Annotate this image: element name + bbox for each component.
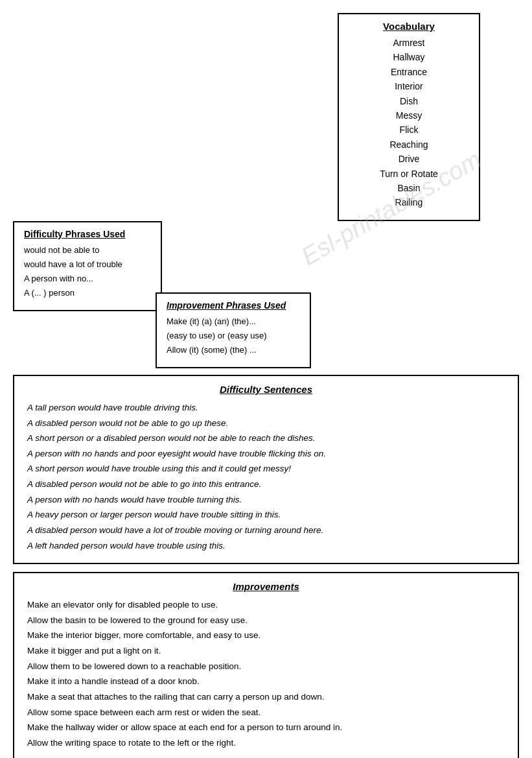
difficulty-sentence: A heavy person or larger person would ha… [27,507,505,523]
difficulty-sentence: A person with no hands and poor eyesight… [27,446,505,462]
vocab-item: Armrest [352,36,466,50]
vocabulary-title: Vocabulary [352,21,466,32]
vocab-item: Railing [352,195,466,209]
improvement-phrases-box: Improvement Phrases Used Make (it) (a) (… [156,292,311,368]
vocab-item: Messy [352,108,466,123]
vocab-item: Reaching [352,137,466,152]
vocab-item: Flick [352,123,466,137]
difficulty-phrase: A (... ) person [24,286,151,300]
improvements-box: Improvements Make an elevator only for d… [13,572,519,758]
difficulty-sentence: A disabled person would not be able to g… [27,416,505,431]
improvement-item: Make the interior bigger, more comfortab… [27,628,505,643]
vocab-item: Drive [352,152,466,166]
improvement-phrase: Make (it) (a) (an) (the)... [167,314,300,329]
improvement-item: Make it bigger and put a light on it. [27,643,505,659]
difficulty-sentences-box: Difficulty Sentences A tall person would… [13,375,519,564]
middle-row: Difficulty Phrases Used would not be abl… [13,195,519,368]
improvement-item: Allow some space between each arm rest o… [27,705,505,720]
improvement-item: Make it into a handle instead of a door … [27,674,505,689]
page-container: Vocabulary Armrest Hallway Entrance Inte… [13,13,519,758]
difficulty-sentence: A tall person would have trouble driving… [27,400,505,416]
vocab-item: Basin [352,181,466,195]
vocab-item: Hallway [352,50,466,64]
difficulty-sentence: A left handed person would have trouble … [27,538,505,554]
vocabulary-items: Armrest Hallway Entrance Interior Dish M… [352,36,466,210]
difficulty-sentence: A disabled person would not be able to g… [27,477,505,492]
vocab-item: Interior [352,79,466,93]
improvement-item: Allow the writing space to rotate to the… [27,735,505,751]
improvement-item: Make the hallway wider or allow space at… [27,720,505,735]
vocab-item: Entrance [352,65,466,79]
difficulty-sentences-title: Difficulty Sentences [27,384,505,395]
difficulty-sentence: A short person or a disabled person woul… [27,431,505,446]
difficulty-phrase: would have a lot of trouble [24,257,151,272]
improvement-item: Allow the basin to be lowered to the gro… [27,613,505,628]
improvement-phrase: Allow (it) (some) (the) ... [167,343,300,357]
difficulty-phrases-box: Difficulty Phrases Used would not be abl… [13,221,162,311]
improvement-item: Allow them to be lowered down to a reach… [27,659,505,674]
difficulty-phrase: A person with no... [24,272,151,286]
improvement-item: Make a seat that attaches to the railing… [27,689,505,705]
difficulty-sentence: A short person would have trouble using … [27,461,505,477]
improvement-phrases-title: Improvement Phrases Used [167,300,300,311]
difficulty-phrases-title: Difficulty Phrases Used [24,229,151,239]
vocabulary-box: Vocabulary Armrest Hallway Entrance Inte… [338,13,480,221]
difficulty-sentence: A disabled person would have a lot of tr… [27,523,505,538]
vocab-item: Dish [352,94,466,108]
difficulty-phrase: would not be able to [24,243,151,257]
difficulty-sentence: A person with no hands would have troubl… [27,492,505,508]
vocab-item-turn-rotate: Turn or Rotate [352,167,466,181]
improvements-title: Improvements [27,581,505,592]
improvement-item: Make an elevator only for disabled peopl… [27,597,505,613]
improvement-phrase: (easy to use) or (easy use) [167,329,300,343]
